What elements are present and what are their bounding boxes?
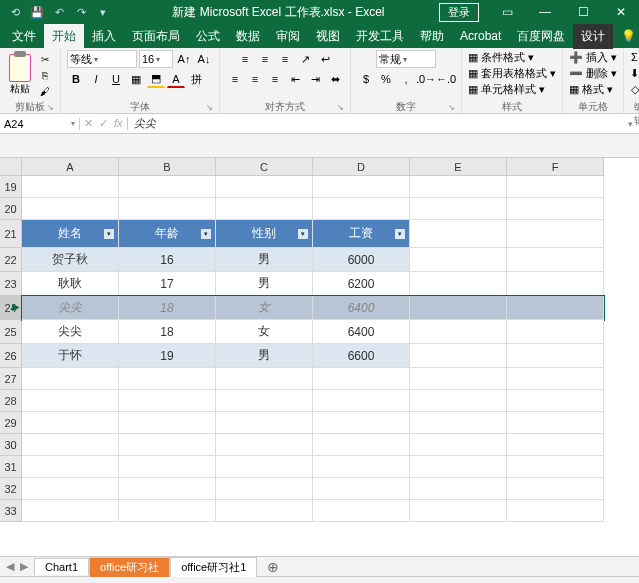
orientation-icon[interactable]: ↗ [296,50,314,68]
number-format-combo[interactable]: 常规▾ [376,50,436,68]
conditional-format-button[interactable]: ▦ 条件格式 ▾ [468,50,534,65]
sheet-tab-office2[interactable]: office研习社1 [170,557,257,577]
tab-acrobat[interactable]: Acrobat [452,25,509,47]
cell-E19[interactable] [410,176,507,198]
cell-F21[interactable] [507,220,604,248]
cell-A33[interactable] [22,500,119,522]
cell-F26[interactable] [507,344,604,368]
cell-C21[interactable]: 性别▾ [216,220,313,248]
ribbon-options-icon[interactable]: ▭ [489,0,525,24]
cell-D31[interactable] [313,456,410,478]
tab-view[interactable]: 视图 [308,24,348,49]
filter-drop-icon[interactable]: ▾ [200,228,212,240]
cell-B21[interactable]: 年龄▾ [119,220,216,248]
border-icon[interactable]: ▦ [127,70,145,88]
font-launcher-icon[interactable]: ↘ [206,103,213,112]
cell-A27[interactable] [22,368,119,390]
cell-F30[interactable] [507,434,604,456]
cell-E32[interactable] [410,478,507,500]
rowhead-26[interactable]: 26 [0,344,22,368]
font-name-combo[interactable]: 等线▾ [67,50,137,68]
cell-B25[interactable]: 18 [119,320,216,344]
add-sheet-button[interactable]: ⊕ [257,557,289,577]
cell-E24[interactable] [410,296,507,320]
cell-F19[interactable] [507,176,604,198]
cell-E31[interactable] [410,456,507,478]
indent-dec-icon[interactable]: ⇤ [286,70,304,88]
cell-A19[interactable] [22,176,119,198]
cell-D30[interactable] [313,434,410,456]
enter-formula-icon[interactable]: ✓ [99,117,108,130]
sheet-tab-office1[interactable]: office研习社 [89,557,170,577]
cell-A26[interactable]: 于怀 [22,344,119,368]
filter-drop-icon[interactable]: ▾ [103,228,115,240]
colhead-E[interactable]: E [410,158,507,176]
cell-B27[interactable] [119,368,216,390]
cell-A20[interactable] [22,198,119,220]
tab-help[interactable]: 帮助 [412,24,452,49]
cell-C26[interactable]: 男 [216,344,313,368]
cell-B19[interactable] [119,176,216,198]
colhead-B[interactable]: B [119,158,216,176]
rowhead-30[interactable]: 30 [0,434,22,456]
cell-E29[interactable] [410,412,507,434]
cell-D26[interactable]: 6600 [313,344,410,368]
cell-C31[interactable] [216,456,313,478]
cell-E20[interactable] [410,198,507,220]
cell-D33[interactable] [313,500,410,522]
cell-C19[interactable] [216,176,313,198]
cell-C29[interactable] [216,412,313,434]
merge-icon[interactable]: ⬌ [326,70,344,88]
cell-D21[interactable]: 工资▾ [313,220,410,248]
align-left-icon[interactable]: ≡ [226,70,244,88]
cell-C33[interactable] [216,500,313,522]
insert-cells-button[interactable]: ➕ 插入 ▾ [569,50,617,65]
fx-icon[interactable]: fx [114,117,123,130]
tab-review[interactable]: 审阅 [268,24,308,49]
cell-B32[interactable] [119,478,216,500]
autosave-icon[interactable]: ⟲ [6,3,24,21]
cell-F23[interactable] [507,272,604,296]
cell-D23[interactable]: 6200 [313,272,410,296]
cell-B30[interactable] [119,434,216,456]
rowhead-33[interactable]: 33 [0,500,22,522]
cell-A25[interactable]: 尖尖 [22,320,119,344]
font-size-combo[interactable]: 16▾ [139,50,173,68]
currency-icon[interactable]: $ [357,70,375,88]
colhead-F[interactable]: F [507,158,604,176]
cell-F31[interactable] [507,456,604,478]
cell-E26[interactable] [410,344,507,368]
cell-F24[interactable] [507,296,604,320]
cell-E23[interactable] [410,272,507,296]
tab-insert[interactable]: 插入 [84,24,124,49]
qat-redo-icon[interactable]: ↷ [72,3,90,21]
tab-baidu[interactable]: 百度网盘 [509,24,573,49]
cell-A23[interactable]: 耿耿 [22,272,119,296]
align-center-icon[interactable]: ≡ [246,70,264,88]
rowhead-23[interactable]: 23 [0,272,22,296]
cell-B33[interactable] [119,500,216,522]
select-all-corner[interactable] [0,158,22,176]
tab-home[interactable]: 开始 [44,24,84,49]
number-launcher-icon[interactable]: ↘ [448,103,455,112]
cell-B23[interactable]: 17 [119,272,216,296]
bold-icon[interactable]: B [67,70,85,88]
cell-E28[interactable] [410,390,507,412]
cell-C30[interactable] [216,434,313,456]
cell-B28[interactable] [119,390,216,412]
sheet-tab-chart1[interactable]: Chart1 [34,558,89,575]
format-painter-icon[interactable]: 🖌 [36,84,54,98]
cell-A28[interactable] [22,390,119,412]
rowhead-20[interactable]: 20 [0,198,22,220]
cell-style-button[interactable]: ▦ 单元格样式 ▾ [468,82,545,97]
colhead-A[interactable]: A [22,158,119,176]
cell-B24[interactable]: 18 [119,296,216,320]
tab-nav-prev-icon[interactable]: ◀ [6,560,14,573]
cell-F28[interactable] [507,390,604,412]
cell-C24[interactable]: 女 [216,296,313,320]
cell-D20[interactable] [313,198,410,220]
name-box[interactable]: A24▾ [0,118,80,130]
inc-decimal-icon[interactable]: .0→ [417,70,435,88]
rowhead-31[interactable]: 31 [0,456,22,478]
cell-D28[interactable] [313,390,410,412]
